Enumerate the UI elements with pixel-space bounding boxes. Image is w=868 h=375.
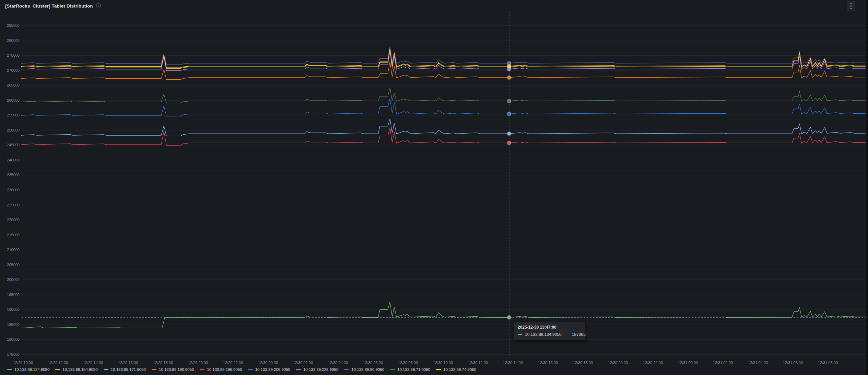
y-tick-label: 275000 bbox=[7, 53, 20, 57]
x-tick-label: 12/31 06:00 bbox=[783, 361, 803, 364]
x-tick-label: 12/29 14:00 bbox=[83, 361, 103, 364]
hover-dot-10-133-89-206-9050 bbox=[507, 112, 511, 116]
legend-label: 10.133.89.71:9050 bbox=[397, 367, 430, 372]
legend-swatch bbox=[248, 369, 253, 370]
tooltip-series-row: 10.133.89.134:9050 187365 bbox=[518, 332, 582, 337]
x-tick-label: 12/29 22:00 bbox=[223, 361, 243, 364]
hover-dot-10-133-89-190-9050 bbox=[507, 76, 511, 79]
x-tick-label: 12/29 20:00 bbox=[188, 361, 208, 364]
legend-label: 10.133.89.171:9050 bbox=[111, 367, 146, 372]
x-tick-label: 12/30 02:00 bbox=[293, 361, 313, 364]
legend-swatch bbox=[344, 369, 349, 370]
legend-swatch bbox=[296, 369, 301, 370]
legend-swatch bbox=[55, 369, 60, 370]
legend-item-10-133-89-134-9050[interactable]: 10.133.89.134:9050 bbox=[7, 367, 49, 372]
y-tick-label: 280000 bbox=[7, 38, 20, 43]
legend-label: 10.133.89.74:9050 bbox=[443, 367, 476, 372]
x-tick-label: 12/30 08:00 bbox=[398, 361, 418, 364]
y-tick-label: 265000 bbox=[7, 83, 20, 87]
page-edge-strip bbox=[866, 0, 868, 375]
x-tick-label: 12/31 04:00 bbox=[748, 361, 768, 364]
legend-label: 10.133.89.50:9050 bbox=[351, 367, 384, 372]
legend-label: 10.133.89.225:9050 bbox=[303, 367, 338, 372]
hover-dot-10-133-89-134-9050 bbox=[507, 316, 511, 319]
x-tick-label: 12/30 10:00 bbox=[433, 361, 453, 364]
x-tick-label: 12/29 12:00 bbox=[48, 361, 68, 364]
y-tick-label: 180000 bbox=[7, 337, 20, 341]
y-tick-label: 215000 bbox=[7, 233, 20, 237]
grid-lines bbox=[22, 12, 866, 358]
legend-item-10-133-89-154-9050[interactable]: 10.133.89.154:9050 bbox=[55, 367, 97, 372]
y-tick-label: 250000 bbox=[7, 128, 20, 132]
series-line-10-133-89-74-9050 bbox=[21, 49, 866, 68]
hover-dot-10-133-89-74-9050 bbox=[507, 65, 511, 68]
x-axis-labels: 12/29 10:0012/29 12:0012/29 14:0012/29 1… bbox=[13, 361, 838, 364]
legend-swatch bbox=[436, 369, 441, 370]
legend-label: 10.133.89.190:9050 bbox=[159, 367, 194, 372]
series-line-10-133-89-171-9050 bbox=[21, 119, 866, 136]
legend-swatch bbox=[200, 369, 204, 370]
x-tick-label: 12/31 02:00 bbox=[713, 361, 733, 364]
legend-swatch bbox=[390, 369, 395, 370]
y-tick-label: 210000 bbox=[7, 248, 20, 252]
legend-item-10-133-89-171-9050[interactable]: 10.133.89.171:9050 bbox=[104, 367, 146, 372]
series-line-10-133-89-50-9050 bbox=[21, 47, 866, 65]
y-tick-label: 240000 bbox=[7, 158, 20, 162]
series-line-10-133-89-190-9050 bbox=[21, 62, 866, 80]
tooltip-series-value: 187365 bbox=[572, 332, 586, 337]
tooltip-series-name: 10.133.89.134:9050 bbox=[525, 332, 562, 337]
y-tick-label: 230000 bbox=[7, 188, 20, 192]
x-tick-label: 12/30 00:00 bbox=[258, 361, 278, 364]
legend-item-10-133-89-74-9050[interactable]: 10.133.89.74:9050 bbox=[436, 367, 476, 372]
y-tick-label: 205000 bbox=[7, 263, 20, 267]
x-tick-label: 12/29 10:00 bbox=[13, 361, 33, 364]
y-axis-labels: 1750001800001850001900001950002000002050… bbox=[7, 23, 20, 356]
grafana-panel: [StarRocks_Cluster] Tablet Distribution … bbox=[0, 0, 866, 375]
hover-dot-10-133-89-196-9050 bbox=[507, 141, 511, 145]
series-line-10-133-89-71-9050 bbox=[21, 88, 866, 103]
y-tick-label: 285000 bbox=[7, 23, 20, 27]
legend-item-10-133-89-71-9050[interactable]: 10.133.89.71:9050 bbox=[390, 367, 430, 372]
x-tick-label: 12/31 08:00 bbox=[818, 361, 838, 364]
y-tick-label: 195000 bbox=[7, 293, 20, 297]
y-tick-label: 185000 bbox=[7, 322, 20, 327]
series-line-10-133-89-196-9050 bbox=[21, 128, 866, 146]
legend-item-10-133-89-190-9050[interactable]: 10.133.89.190:9050 bbox=[152, 367, 194, 372]
legend-label: 10.133.89.196:9050 bbox=[207, 367, 242, 372]
series-line-10-133-89-134-9050 bbox=[21, 302, 866, 328]
y-tick-label: 175000 bbox=[7, 352, 20, 356]
x-tick-label: 12/29 16:00 bbox=[118, 361, 138, 364]
legend-item-10-133-89-50-9050[interactable]: 10.133.89.50:9050 bbox=[344, 367, 384, 372]
legend-item-10-133-89-225-9050[interactable]: 10.133.89.225:9050 bbox=[296, 367, 338, 372]
legend-item-10-133-89-196-9050[interactable]: 10.133.89.196:9050 bbox=[200, 367, 242, 372]
y-tick-label: 245000 bbox=[7, 143, 20, 147]
x-tick-label: 12/30 14:00 bbox=[503, 361, 523, 364]
tooltip-series-swatch bbox=[518, 334, 522, 335]
legend-label: 10.133.89.134:9050 bbox=[14, 367, 49, 372]
legend-swatch bbox=[104, 369, 108, 370]
x-tick-label: 12/29 18:00 bbox=[153, 361, 173, 364]
x-tick-label: 12/30 04:00 bbox=[328, 361, 348, 364]
y-tick-label: 235000 bbox=[7, 173, 20, 177]
chart-tooltip: 2025-12-30 13:47:00 10.133.89.134:9050 1… bbox=[514, 322, 585, 340]
legend-item-10-133-89-206-9050[interactable]: 10.133.89.206:9050 bbox=[248, 367, 290, 372]
x-tick-label: 12/30 06:00 bbox=[363, 361, 383, 364]
tooltip-timestamp: 2025-12-30 13:47:00 bbox=[518, 325, 582, 330]
legend-swatch bbox=[7, 369, 12, 370]
y-tick-label: 225000 bbox=[7, 203, 20, 207]
x-tick-label: 12/30 12:00 bbox=[468, 361, 488, 364]
hover-dot-10-133-89-171-9050 bbox=[507, 132, 511, 135]
x-tick-label: 12/31 00:00 bbox=[678, 361, 698, 364]
legend-swatch bbox=[152, 369, 156, 370]
y-tick-label: 220000 bbox=[7, 218, 20, 222]
y-tick-label: 200000 bbox=[7, 277, 20, 282]
series-line-10-133-89-225-9050 bbox=[21, 51, 866, 71]
y-tick-label: 190000 bbox=[7, 307, 20, 311]
y-tick-label: 255000 bbox=[7, 113, 20, 117]
chart-legend: 10.133.89.134:905010.133.89.154:905010.1… bbox=[7, 366, 476, 373]
legend-label: 10.133.89.154:9050 bbox=[62, 367, 97, 372]
y-tick-label: 260000 bbox=[7, 98, 20, 102]
x-tick-label: 12/30 20:00 bbox=[608, 361, 628, 364]
timeseries-chart[interactable]: 1750001800001850001900001950002000002050… bbox=[0, 0, 866, 364]
hover-dot-10-133-89-71-9050 bbox=[507, 99, 511, 103]
